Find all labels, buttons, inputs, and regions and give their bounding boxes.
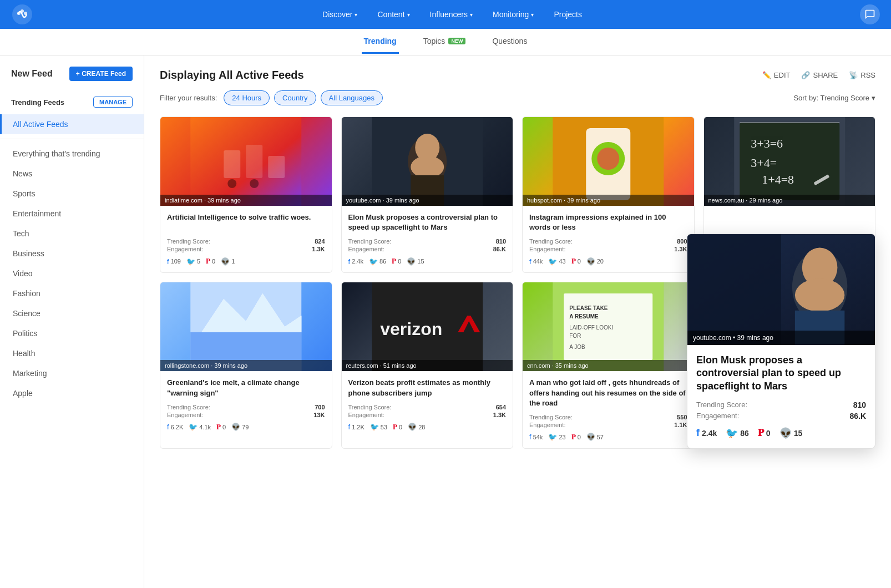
sidebar-item-sports[interactable]: Sports — [0, 184, 144, 204]
cards-section: indiatime.com · 39 mins ago Artificial I… — [160, 116, 875, 449]
page-header: Displaying All Active Feeds ✏️ EDIT 🔗 SH… — [160, 69, 875, 82]
card-stats-traffic: Trending Score:824 Engagement:1.3K — [167, 238, 325, 252]
nav-influencers[interactable]: Influencers ▾ — [421, 6, 482, 23]
sort-by[interactable]: Sort by: Trending Score ▾ — [793, 94, 875, 102]
card-stats-resume: Trending Score:550 Engagement:1.1K — [529, 414, 687, 428]
card-source-elon: youtube.com · 39 mins ago — [342, 195, 513, 206]
top-nav: Discover ▾ Content ▾ Influencers ▾ Monit… — [0, 0, 891, 29]
card-glacier[interactable]: rollingstone.com · 39 mins ago Greenland… — [160, 282, 332, 449]
create-feed-button[interactable]: + CREATE Feed — [69, 67, 133, 81]
subnav-topics[interactable]: Topics NEW — [421, 30, 468, 54]
main-layout: New Feed + CREATE Feed Trending Feeds MA… — [0, 55, 891, 588]
manage-button[interactable]: MANAGE — [93, 97, 133, 108]
sidebar-item-everything-trending[interactable]: Everything that's trending — [0, 144, 144, 164]
sidebar: New Feed + CREATE Feed Trending Feeds MA… — [0, 55, 144, 588]
popup-image: youtube.com • 39 mins ago — [687, 234, 875, 345]
card-socials-glacier: f6.2K 🐦4.1k 𝐏0 👽79 — [167, 423, 325, 432]
sidebar-item-business[interactable]: Business — [0, 244, 144, 263]
nav-monitoring[interactable]: Monitoring ▾ — [484, 6, 543, 23]
svg-text:3+3=6: 3+3=6 — [751, 136, 783, 150]
rss-button[interactable]: 📡 RSS — [849, 71, 875, 79]
svg-rect-6 — [246, 145, 262, 178]
svg-text:A JOB: A JOB — [569, 344, 585, 350]
messages-icon[interactable] — [860, 4, 880, 24]
card-title-resume: A man who got laid off , gets hhundreads… — [529, 378, 687, 408]
card-source-verizon: reuters.com · 51 mins ago — [342, 360, 513, 371]
card-source-resume: cnn.com · 35 mins ago — [523, 360, 694, 371]
popup-card[interactable]: youtube.com • 39 mins ago Elon Musk prop… — [687, 234, 875, 449]
card-socials-traffic: f109 🐦5 𝐏0 👽1 — [167, 257, 325, 266]
rss-icon: 📡 — [849, 71, 858, 79]
nav-content[interactable]: Content ▾ — [368, 6, 418, 23]
card-image-verizon: verizon reuters.com · 51 mins ago — [342, 282, 513, 371]
subnav-questions[interactable]: Questions — [490, 30, 529, 54]
card-body-verizon: Verizon beats profit estimates as monthl… — [342, 371, 513, 438]
filter-all-languages[interactable]: All Languages — [321, 90, 383, 105]
card-verizon[interactable]: verizon reuters.com · 51 mins ago Verizo… — [341, 282, 514, 449]
card-traffic[interactable]: indiatime.com · 39 mins ago Artificial I… — [160, 116, 332, 273]
svg-point-2 — [21, 9, 24, 13]
card-image-math: 3+3=6 3+4= 1+4=8 news.com.au · 29 mins a… — [704, 117, 875, 206]
sidebar-divider — [0, 139, 144, 139]
card-source-glacier: rollingstone.com · 39 mins ago — [160, 360, 332, 371]
card-source-traffic: indiatime.com · 39 mins ago — [160, 195, 332, 206]
sidebar-item-apple[interactable]: Apple — [0, 383, 144, 403]
popup-reddit: 👽 15 — [779, 427, 803, 439]
sidebar-item-health[interactable]: Health — [0, 343, 144, 363]
edit-button[interactable]: ✏️ EDIT — [762, 71, 791, 79]
card-image-resume: PLEASE TAKE A RESUME LAID-OFF LOOKI FOR … — [523, 282, 694, 371]
sidebar-item-video[interactable]: Video — [0, 263, 144, 283]
share-icon: 🔗 — [801, 71, 810, 79]
card-elon[interactable]: youtube.com · 39 mins ago Elon Musk prop… — [341, 116, 514, 273]
share-button[interactable]: 🔗 SHARE — [801, 71, 838, 79]
card-title-math — [711, 212, 869, 232]
sidebar-item-politics[interactable]: Politics — [0, 323, 144, 343]
main-content: Displaying All Active Feeds ✏️ EDIT 🔗 SH… — [144, 55, 891, 588]
sort-chevron-icon: ▾ — [872, 94, 875, 102]
filter-label: Filter your results: — [160, 94, 217, 102]
sidebar-item-science[interactable]: Science — [0, 303, 144, 323]
edit-icon: ✏️ — [762, 71, 771, 79]
svg-point-13 — [411, 156, 444, 178]
svg-text:PLEASE TAKE: PLEASE TAKE — [569, 305, 608, 311]
card-socials-resume: f54k 🐦23 𝐏0 👽57 — [529, 433, 687, 442]
svg-text:A RESUME: A RESUME — [569, 313, 599, 320]
card-stats-glacier: Trending Score:700 Engagement:13K — [167, 404, 325, 418]
card-body-elon: Elon Musk proposes a controversial plan … — [342, 206, 513, 272]
card-socials-instagram: f44k 🐦43 𝐏0 👽20 — [529, 257, 687, 266]
popup-engagement-row: Engagement: 86.K — [696, 412, 866, 420]
card-title-glacier: Greenland's ice melt, a climate change "… — [167, 378, 325, 398]
svg-rect-5 — [224, 150, 240, 178]
subnav-trending[interactable]: Trending — [362, 30, 399, 54]
sidebar-item-fashion[interactable]: Fashion — [0, 283, 144, 303]
card-socials-verizon: f1.2K 🐦53 𝐏0 👽28 — [348, 423, 507, 432]
svg-point-8 — [227, 179, 236, 188]
sidebar-item-all-active-feeds[interactable]: All Active Feeds — [0, 114, 144, 134]
popup-socials: f 2.4k 🐦 86 𝐏 0 👽 15 — [696, 427, 866, 439]
card-title-instagram: Instagram impressions explained in 100 w… — [529, 212, 687, 232]
nav-links: Discover ▾ Content ▾ Influencers ▾ Monit… — [44, 6, 860, 23]
filter-24hours[interactable]: 24 Hours — [224, 90, 270, 105]
sidebar-item-marketing[interactable]: Marketing — [0, 363, 144, 383]
popup-twitter: 🐦 86 — [726, 427, 749, 439]
filter-country[interactable]: Country — [274, 90, 316, 105]
nav-discover[interactable]: Discover ▾ — [313, 6, 366, 23]
sidebar-item-entertainment[interactable]: Entertainment — [0, 204, 144, 224]
new-feed-label: New Feed — [11, 69, 53, 79]
card-stats-verizon: Trending Score:654 Engagement:1.3K — [348, 404, 507, 418]
trending-feeds-header: Trending Feeds MANAGE — [0, 90, 144, 114]
nav-right — [860, 4, 880, 24]
card-stats-instagram: Trending Score:800 Engagement:1.3K — [529, 238, 687, 252]
nav-projects[interactable]: Projects — [545, 6, 591, 23]
sidebar-item-news[interactable]: News — [0, 164, 144, 184]
sidebar-header: New Feed + CREATE Feed — [0, 67, 144, 90]
page-actions: ✏️ EDIT 🔗 SHARE 📡 RSS — [762, 71, 875, 79]
svg-text:LAID-OFF LOOKI: LAID-OFF LOOKI — [569, 325, 613, 331]
card-instagram[interactable]: hubspot.com · 39 mins ago Instagram impr… — [522, 116, 695, 273]
card-source-instagram: hubspot.com · 39 mins ago — [523, 195, 694, 206]
sub-nav: Trending Topics NEW Questions — [0, 29, 891, 55]
filters-left: Filter your results: 24 Hours Country Al… — [160, 90, 383, 105]
sidebar-item-tech[interactable]: Tech — [0, 224, 144, 244]
card-resume[interactable]: PLEASE TAKE A RESUME LAID-OFF LOOKI FOR … — [522, 282, 695, 449]
logo-icon[interactable] — [11, 3, 33, 26]
